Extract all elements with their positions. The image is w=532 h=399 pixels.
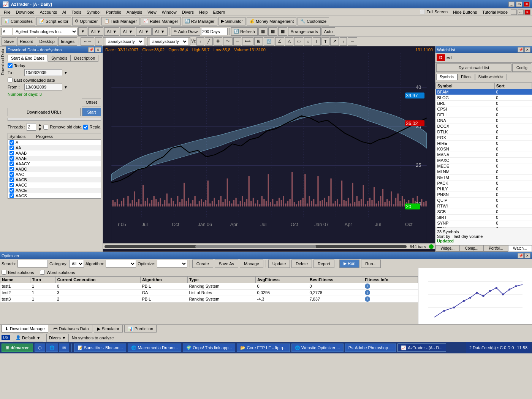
symbol-checkbox[interactable] (10, 188, 14, 193)
task-ftp[interactable]: 📂 Core FTP LE - ftp.q... (237, 344, 290, 352)
vtab-download[interactable]: Download Data (0, 46, 6, 77)
col-info[interactable]: Fitness Info (363, 277, 418, 283)
analysts-select2[interactable]: #analystscurfy (150, 38, 188, 45)
symbol-checkbox[interactable] (10, 172, 14, 177)
col-avg[interactable]: AvgFitness (256, 277, 308, 283)
bold-tool[interactable]: T (321, 37, 329, 46)
watchlist-row[interactable]: MEDE0 (436, 163, 532, 169)
symbol-list-item[interactable]: AAAGY (8, 161, 101, 166)
start-btn[interactable]: Start (82, 108, 101, 116)
downloaded-urls-btn[interactable]: Downloaded URLs (8, 108, 81, 116)
pattern-tool[interactable]: ⊞ (254, 37, 263, 46)
days-input[interactable] (201, 28, 228, 35)
profile-btn[interactable]: 👤 Default ▼ (13, 334, 43, 342)
optimizer-search-input[interactable] (17, 260, 48, 268)
symbol-input[interactable] (2, 28, 12, 35)
info-circle-icon[interactable]: i (365, 290, 370, 295)
menu-close[interactable]: ✕ (524, 10, 530, 15)
rules-manager-btn[interactable]: 📈 Rules Manager (141, 17, 181, 25)
worst-solutions-checkbox[interactable] (40, 270, 45, 275)
watchlist-row[interactable]: BFAM0 (436, 89, 532, 95)
to-dropdown-icon[interactable]: ▼ (64, 71, 68, 75)
watchlist-pin[interactable]: 📌 (518, 47, 524, 52)
all-btn1[interactable]: All ▼ (88, 27, 103, 36)
menu-help[interactable]: Help (197, 9, 210, 15)
download-manage-tab[interactable]: ⬇ Download Manage (2, 325, 48, 332)
today-checkbox[interactable] (8, 63, 13, 68)
save-btn[interactable]: Save (2, 37, 16, 46)
watchlist-row[interactable]: SYNP0 (436, 220, 532, 226)
draw-tool1[interactable]: ←→ (81, 37, 94, 46)
script-editor-btn[interactable]: 📝 Script Editor (36, 17, 71, 25)
images-btn[interactable]: Images (58, 37, 77, 46)
filter-btn[interactable]: ▼ (78, 27, 87, 36)
symbol-list-item[interactable]: AAAB (8, 150, 101, 156)
symbol-list-item[interactable]: AAC (8, 172, 101, 177)
col-gen[interactable]: Current Generation (55, 277, 140, 283)
menu-tools[interactable]: Tools (69, 9, 84, 15)
threads-down[interactable]: ▼ (38, 127, 42, 131)
fib-tool[interactable]: 🔢 (264, 37, 274, 46)
refresh-btn[interactable]: 🔃 Refresh (231, 27, 258, 36)
menu-analysis[interactable]: Analysis (124, 9, 144, 15)
watchlist-row[interactable]: MLNM0 (436, 169, 532, 175)
watchlist-row[interactable]: HIRE0 (436, 141, 532, 146)
download-panel-pin[interactable]: 📌 (88, 47, 94, 52)
all-btn4[interactable]: All ▼ (136, 27, 151, 36)
col-name[interactable]: Name (0, 277, 30, 283)
manage-btn[interactable]: Manage (240, 260, 263, 268)
arrange-charts-btn[interactable]: Arrange charts (288, 27, 321, 36)
watchlist-row[interactable]: DTLK0 (436, 129, 532, 135)
watchlist-row[interactable]: MAXC0 (436, 158, 532, 163)
task-notepad[interactable]: 📝 Sans titre - Bloc-no... (74, 344, 127, 352)
col-turn[interactable]: Turn (30, 277, 55, 283)
optimizer-category-select[interactable]: All (69, 260, 84, 268)
watchlist-row[interactable]: RTWI0 (436, 203, 532, 209)
watchlist-row[interactable]: BRL0 (436, 101, 532, 106)
arrow-right-tool[interactable]: ↗ (330, 37, 339, 46)
databases-data-tab[interactable]: 🗃 Databases Data (50, 325, 92, 332)
menu-minimize[interactable]: _ (511, 10, 517, 15)
desktop-btn[interactable]: Desktop (37, 37, 57, 46)
delete-btn[interactable]: Delete (291, 260, 312, 268)
remove-old-checkbox[interactable] (43, 125, 48, 130)
chart-view-btn3[interactable]: ▦ (278, 27, 287, 36)
customize-btn[interactable]: 🔧 Customize (298, 17, 329, 25)
divers-btn[interactable]: Divers ▼ (46, 334, 69, 342)
from-date-input[interactable] (24, 84, 62, 90)
tab-watch[interactable]: Watch... (508, 245, 532, 252)
threads-up[interactable]: ▲ (38, 122, 42, 127)
menu-file[interactable]: File (2, 9, 13, 15)
symbol-checkbox[interactable] (10, 183, 14, 187)
chart-view-btn2[interactable]: ▦ (268, 27, 277, 36)
download-panel-close[interactable]: ✕ (95, 47, 101, 52)
quick-btn3[interactable]: ✉ (59, 344, 69, 352)
circle-tool[interactable]: ○ (304, 37, 312, 46)
task-dreamweaver[interactable]: 🌐 Macromedia Dream... (128, 344, 181, 352)
watchlist-config-btn[interactable]: Config (512, 63, 531, 72)
optimizer-close[interactable]: ✕ (524, 253, 530, 258)
wave-tool[interactable]: 〜 (223, 37, 233, 46)
info-circle-icon[interactable]: i (365, 283, 370, 289)
symbol-checkbox[interactable] (10, 140, 14, 145)
money-mgmt-btn[interactable]: 💰 Money Management (247, 17, 296, 25)
run-btn[interactable]: ▶ Run (339, 260, 359, 268)
menu-extern[interactable]: Extern (211, 9, 228, 15)
symbol-checkbox[interactable] (10, 177, 14, 182)
symbol-list-item[interactable]: AACS (8, 193, 101, 198)
dynamic-watchlist-btn[interactable]: Dynamic watchlist (436, 63, 511, 72)
prediction-tab[interactable]: 📊 Prediction (124, 325, 157, 332)
chart-view-btn1[interactable]: ▦ (258, 27, 268, 36)
record-btn[interactable]: Record (17, 37, 36, 46)
composites-btn[interactable]: 📊 Composites (2, 17, 35, 25)
col-best[interactable]: BestFitness (308, 277, 363, 283)
watchlist-row[interactable]: SCB0 (436, 209, 532, 215)
menu-divers[interactable]: Divers (180, 9, 196, 15)
horizontal-tool[interactable]: ═ (233, 37, 242, 46)
col-type[interactable]: Type (187, 277, 255, 283)
from-dropdown-icon[interactable]: ▼ (64, 85, 68, 89)
symbol-list-item[interactable]: AA (8, 145, 101, 150)
task-browser1[interactable]: 🌍 Oops! This link app... (183, 344, 235, 352)
watchlist-close[interactable]: ✕ (524, 47, 530, 52)
simulator-btn[interactable]: ▶ Simulator (218, 17, 245, 25)
